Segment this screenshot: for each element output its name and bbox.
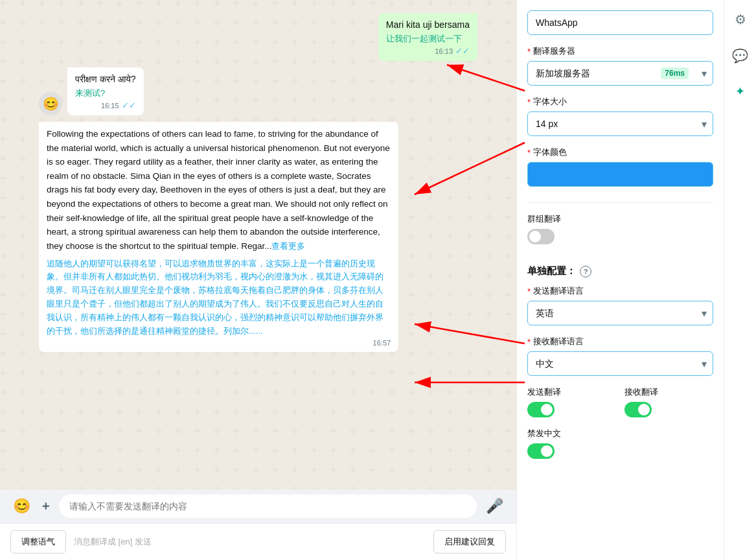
- receive-lang-label: * 接收翻译语言: [527, 336, 713, 347]
- font-size-select[interactable]: 14 px: [527, 111, 713, 136]
- send-lang-select[interactable]: 英语: [527, 301, 713, 325]
- required-star-5: *: [527, 337, 531, 347]
- font-color-field: * 字体颜色: [527, 146, 713, 187]
- required-star-4: *: [527, 286, 531, 296]
- suggest-button[interactable]: 启用建议回复: [433, 530, 506, 554]
- send-translation-toggle[interactable]: [527, 402, 555, 417]
- group-translation-toggle[interactable]: [527, 229, 555, 244]
- message-incoming-3: Following the expectations of others can…: [39, 122, 398, 352]
- receive-lang-wrapper: 中文 ▾: [527, 351, 713, 376]
- font-size-field: * 字体大小 14 px ▾: [527, 96, 713, 136]
- gear-icon[interactable]: ⚙: [731, 8, 750, 31]
- ban-chinese-section: 禁发中文: [527, 428, 713, 459]
- translate-hint: 消息翻译成 [en] 发送: [74, 536, 426, 548]
- msg-meta-3: 16:57: [47, 339, 391, 347]
- group-translation-section: 群组翻译: [527, 213, 713, 255]
- group-translation-toggle-wrapper: [527, 229, 713, 244]
- receive-translation-label: 接收翻译: [624, 386, 658, 398]
- translation-server-field: * 翻译服务器 新加坡服务器 76ms ▾: [527, 45, 713, 86]
- mic-button[interactable]: 🎤: [483, 495, 506, 517]
- ban-chinese-toggle[interactable]: [527, 443, 555, 459]
- required-star-2: *: [527, 97, 531, 107]
- message-outgoing-1: Mari kita uji bersama 让我们一起测试一下 16:13 ✓✓: [378, 13, 477, 61]
- msg-translation-2: 来测试?: [75, 88, 136, 99]
- bubble-icon[interactable]: 💬: [728, 44, 752, 67]
- receive-translation-item: 接收翻译: [624, 386, 714, 417]
- msg-meta-2: 16:15 ✓✓: [75, 100, 136, 110]
- chat-input[interactable]: [59, 495, 477, 518]
- translation-toggles: 发送翻译 接收翻译: [527, 386, 713, 417]
- settings-panel: * 翻译服务器 新加坡服务器 76ms ▾ * 字体大小 14 px ▾ * 字…: [516, 0, 724, 560]
- msg-translation-3: 追随他人的期望可以获得名望，可以追求物质世界的丰富，这实际上是一个普遍的历史现象…: [47, 257, 391, 338]
- translation-server-wrapper: 新加坡服务器 76ms ▾: [527, 61, 713, 86]
- app-name-field: [527, 10, 713, 35]
- required-star-3: *: [527, 148, 531, 158]
- msg-text-1: Mari kita uji bersama: [386, 18, 470, 32]
- chat-input-bar: 😊 + 🎤: [0, 489, 516, 523]
- required-star-1: *: [527, 47, 531, 56]
- group-translation-label: 群组翻译: [527, 213, 713, 225]
- chat-messages: Mari kita uji bersama 让我们一起测试一下 16:13 ✓✓…: [0, 0, 516, 489]
- send-lang-field: * 发送翻译语言 英语 ▾: [527, 285, 713, 325]
- attach-button[interactable]: +: [40, 496, 52, 517]
- tick-2: ✓✓: [122, 100, 136, 110]
- translation-server-label: * 翻译服务器: [527, 45, 713, 57]
- font-size-wrapper: 14 px ▾: [527, 111, 713, 136]
- toggle-knob-group: [529, 231, 541, 242]
- tick-1: ✓✓: [455, 46, 470, 56]
- tone-button[interactable]: 调整语气: [10, 530, 66, 554]
- toggle-knob-receive: [638, 404, 650, 415]
- receive-lang-field: * 接收翻译语言 中文 ▾: [527, 336, 713, 376]
- msg-text-3: Following the expectations of others can…: [47, 127, 391, 253]
- ban-chinese-label: 禁发中文: [527, 428, 713, 439]
- msg-text-2: परीक्षण करने आये?: [75, 73, 136, 86]
- solo-config-section: 单独配置： ? * 发送翻译语言 英语 ▾ * 接收翻译语言: [527, 265, 713, 459]
- server-latency-badge: 76ms: [661, 67, 689, 79]
- solo-config-title: 单独配置： ?: [527, 265, 713, 277]
- help-icon[interactable]: ?: [580, 266, 591, 277]
- right-sidebar: ⚙ 💬 ✦: [724, 0, 756, 560]
- receive-lang-select[interactable]: 中文: [527, 351, 713, 376]
- app-name-input[interactable]: [527, 10, 713, 35]
- receive-translation-toggle[interactable]: [624, 402, 652, 417]
- msg-translation-1: 让我们一起测试一下: [386, 33, 470, 45]
- send-translation-label: 发送翻译: [527, 386, 561, 398]
- msg-meta-1: 16:13 ✓✓: [386, 46, 470, 56]
- send-lang-label: * 发送翻译语言: [527, 285, 713, 297]
- chat-bottom-bar: 调整语气 消息翻译成 [en] 发送 启用建议回复: [0, 523, 516, 560]
- font-color-label: * 字体颜色: [527, 146, 713, 158]
- see-more-link[interactable]: 查看更多: [271, 241, 305, 251]
- send-lang-wrapper: 英语 ▾: [527, 301, 713, 325]
- toggle-knob-send: [541, 404, 553, 415]
- avatar-2: 😊: [39, 92, 62, 115]
- font-size-label: * 字体大小: [527, 96, 713, 108]
- chat-area: Mari kita uji bersama 让我们一起测试一下 16:13 ✓✓…: [0, 0, 516, 560]
- toggle-knob-ban: [541, 445, 553, 457]
- ai-icon[interactable]: ✦: [731, 80, 749, 102]
- font-color-swatch[interactable]: [527, 162, 713, 187]
- emoji-button[interactable]: 😊: [10, 495, 33, 517]
- message-incoming-2: परीक्षण करने आये? 来测试? 16:15 ✓✓: [67, 67, 144, 115]
- divider-1: [527, 202, 713, 203]
- send-translation-item: 发送翻译: [527, 386, 617, 417]
